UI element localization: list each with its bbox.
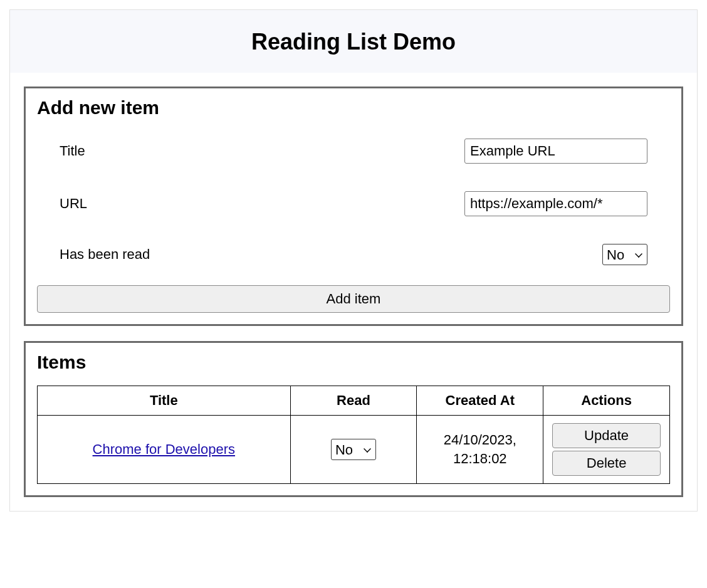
add-item-panel: Add new item Title URL Has been read No … xyxy=(24,87,683,326)
page-header: Reading List Demo xyxy=(10,10,697,73)
app-container: Reading List Demo Add new item Title URL… xyxy=(9,9,698,512)
title-label: Title xyxy=(60,143,85,159)
item-title-link[interactable]: Chrome for Developers xyxy=(93,441,235,457)
read-label: Has been read xyxy=(60,246,150,263)
add-item-heading: Add new item xyxy=(37,97,670,118)
cell-actions: Update Delete xyxy=(543,416,670,484)
items-panel: Items Title Read Created At Actions Chro… xyxy=(24,341,683,497)
cell-title: Chrome for Developers xyxy=(38,416,291,484)
col-header-read: Read xyxy=(290,386,417,416)
form-row-read: Has been read No Yes xyxy=(37,236,670,273)
add-item-button[interactable]: Add item xyxy=(37,285,670,313)
col-header-actions: Actions xyxy=(543,386,670,416)
url-input[interactable] xyxy=(464,191,647,216)
cell-read: No Yes xyxy=(290,416,417,484)
col-header-created: Created At xyxy=(417,386,543,416)
row-read-select[interactable]: No Yes xyxy=(331,439,376,460)
form-row-title: Title xyxy=(37,131,670,171)
col-header-title: Title xyxy=(38,386,291,416)
table-row: Chrome for Developers No Yes 24/10 xyxy=(38,416,670,484)
read-select[interactable]: No Yes xyxy=(602,244,647,265)
page-title: Reading List Demo xyxy=(10,29,697,55)
update-button[interactable]: Update xyxy=(552,423,661,448)
content-area: Add new item Title URL Has been read No … xyxy=(10,73,697,511)
created-time: 12:18:02 xyxy=(453,451,507,466)
created-date: 24/10/2023, xyxy=(444,432,516,448)
items-heading: Items xyxy=(37,352,670,373)
url-label: URL xyxy=(60,196,87,212)
table-header-row: Title Read Created At Actions xyxy=(38,386,670,416)
cell-created: 24/10/2023, 12:18:02 xyxy=(417,416,543,484)
items-table: Title Read Created At Actions Chrome for… xyxy=(37,386,670,484)
delete-button[interactable]: Delete xyxy=(552,451,661,476)
form-row-url: URL xyxy=(37,184,670,224)
row-read-select-wrap: No Yes xyxy=(331,439,376,460)
title-input[interactable] xyxy=(464,139,647,164)
read-select-wrap: No Yes xyxy=(602,244,647,265)
